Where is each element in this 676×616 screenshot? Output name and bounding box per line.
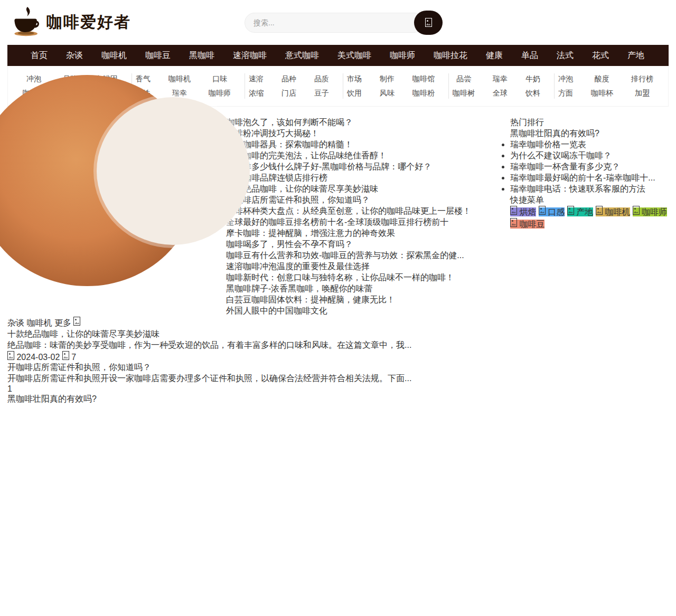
quick-menu-box: 快捷菜单 烘焙 口感 产地 咖啡机 [510,195,669,230]
subnav-group: 市场饮用 制作风味 咖啡馆咖啡粉 [347,73,449,99]
article-headline[interactable]: 十款绝品咖啡，让你的味蕾尽享美妙滋味 [226,184,378,193]
quickmenu-tile-roast[interactable]: 烘焙 [510,207,536,216]
bottom-tabbar: 杂谈 咖啡机 更多 [7,317,669,329]
hot-feature-image[interactable]: 黑咖啡壮阳真的有效吗? [510,129,599,138]
quickmenu-tile-bean[interactable]: 咖啡豆 [510,220,544,229]
article-link[interactable]: 黑咖啡牌子-浓香黑咖啡，唤醒你的味蕾 [226,284,372,293]
nav-item-home[interactable]: 首页 [31,50,48,61]
tile-image-icon [510,218,517,227]
bottom-article-title[interactable]: 十款绝品咖啡，让你的味蕾尽享美妙滋味 [7,329,669,340]
tab-coffee-machine[interactable]: 咖啡机 [26,318,52,327]
tile-label: 咖啡豆 [519,220,544,229]
subnav-link[interactable]: 品尝 [456,73,471,84]
article-link[interactable]: 速溶咖啡冲泡温度的重要性及最佳选择 [226,262,370,271]
search-button[interactable] [414,11,443,35]
subnav-link[interactable]: 制作 [380,73,395,84]
tile-image-icon [539,206,546,215]
subnav-link[interactable]: 门店 [281,88,296,99]
subnav-link[interactable]: 酸度 [595,73,609,84]
nav-item-origin[interactable]: 产地 [627,50,644,61]
subnav-link[interactable]: 瑞幸 [493,73,508,84]
article-link[interactable]: 咖啡杯种类大盘点：从经典至创意，让你的咖啡品味更上一层楼！ [226,206,471,215]
article-link[interactable]: 黑咖啡多少钱什么牌子好-黑咖啡价格与品牌：哪个好？ [226,162,431,171]
article-list-column: 咖啡泡久了，该如何判断不能喝？ 咖啡粉冲调技巧大揭秘！ 手冲咖啡器具：探索咖啡的… [226,117,500,317]
subnav-link[interactable]: 咖啡机 [168,73,191,84]
more-link[interactable]: 更多 [54,318,80,327]
subnav-link[interactable]: 加盟 [635,88,650,99]
subnav-link[interactable]: 浓缩 [249,88,264,99]
subnav-link[interactable]: 品质 [314,73,329,84]
rank-image[interactable]: 1 [7,384,12,393]
bottom-article-title[interactable]: 开咖啡店所需证件和执照，你知道吗？ [7,362,669,373]
article-meta: 2024-03-02 7 [7,351,669,362]
nav-item-coffee-bean[interactable]: 咖啡豆 [145,50,171,61]
article-headline[interactable]: 咖啡泡久了，该如何判断不能喝？ [226,118,353,127]
quickmenu-title: 快捷菜单 [510,195,544,204]
subnav-link[interactable]: 品种 [281,73,296,84]
feature-image[interactable] [7,117,8,127]
subnav-group: 速溶浓缩 品种门店 品质豆子 [249,73,343,99]
article-link[interactable]: 滴滤咖啡的完美泡法，让你品味绝佳香醇！ [226,151,387,160]
quickmenu-tile-machine[interactable]: 咖啡机 [596,207,630,216]
hot-link[interactable]: 为什么不建议喝冻干咖啡？ [510,151,612,160]
nav-item-instant-coffee[interactable]: 速溶咖啡 [233,50,267,61]
nav-item-health[interactable]: 健康 [486,50,503,61]
subnav-link[interactable]: 排行榜 [631,73,653,84]
rank-caption[interactable]: 黑咖啡壮阳真的有效吗? [7,394,669,405]
nav-item-latte-art[interactable]: 咖啡拉花 [434,50,467,61]
hot-link[interactable]: 瑞幸咖啡最好喝的前十名-瑞幸咖啡十... [510,173,655,182]
hot-list-item: 瑞幸咖啡电话：快速联系客服的方法 [510,184,669,195]
subnav-group: 冲泡方面 酸度咖啡杯 排行榜加盟 [558,73,653,99]
subnav-link[interactable]: 口味 [212,73,227,84]
article-link[interactable]: 咖啡新时代：创意口味与独特名称，让你品味不一样的咖啡！ [226,273,454,282]
nav-item-black-coffee[interactable]: 黑咖啡 [189,50,214,61]
subnav-link[interactable]: 牛奶 [525,73,540,84]
article-headline[interactable]: 咖啡豆有什么营养和功效-咖啡豆的营养与功效：探索黑金的健... [226,251,464,260]
site-title: 咖啡爱好者 [46,12,131,33]
article-link[interactable]: 外国人眼中的中国咖啡文化 [226,306,327,315]
nav-item-single[interactable]: 单品 [521,50,538,61]
subnav-link[interactable]: 冲泡 [558,73,573,84]
subnav-link[interactable]: 咖啡树 [453,88,475,99]
article-link[interactable]: 全球最好的咖啡豆排名榜前十名-全球顶级咖啡豆排行榜前十 [226,217,448,226]
nav-item-espresso[interactable]: 意式咖啡 [285,50,319,61]
subnav-link[interactable]: 市场 [347,73,362,84]
subnav-link[interactable]: 咖啡师 [209,88,231,99]
article-link[interactable]: 摩卡咖啡：提神醒脑，增强注意力的神奇效果 [226,229,395,238]
subnav-link[interactable]: 速溶 [249,73,264,84]
nav-item-barista[interactable]: 咖啡师 [390,50,415,61]
nav-item-french[interactable]: 法式 [557,50,574,61]
hot-link[interactable]: 瑞幸咖啡电话：快速联系客服的方法 [510,184,645,193]
article-link[interactable]: 开咖啡店所需证件和执照，你知道吗？ [226,195,370,204]
tab-misc[interactable]: 杂谈 [7,318,24,327]
subnav-link[interactable]: 咖啡杯 [591,88,613,99]
article-link[interactable]: 咖啡喝多了，男性会不孕不育吗？ [226,240,353,249]
site-logo[interactable]: 咖啡爱好者 [12,6,131,40]
nav-item-fancy[interactable]: 花式 [592,50,609,61]
nav-item-coffee-machine[interactable]: 咖啡机 [101,50,127,61]
quickmenu-tile-barista[interactable]: 咖啡师 [633,207,667,216]
subnav-link[interactable]: 饮用 [347,88,362,99]
quickmenu-tiles: 烘焙 口感 产地 咖啡机 咖啡师 咖啡豆 [510,206,669,230]
nav-item-americano[interactable]: 美式咖啡 [337,50,371,61]
quickmenu-tile-taste[interactable]: 口感 [539,207,565,216]
subnav-link[interactable]: 风味 [380,88,395,99]
article-link[interactable]: 白芸豆咖啡固体饮料：提神醒脑，健康无比！ [226,295,395,304]
hot-link[interactable]: 瑞幸咖啡一杯含量有多少克？ [510,162,620,171]
subnav-link[interactable]: 冲泡 [26,73,41,84]
subnav-link[interactable]: 饮料 [525,88,540,99]
hot-link[interactable]: 瑞幸咖啡价格一览表 [510,140,586,149]
hot-list: 瑞幸咖啡价格一览表 为什么不建议喝冻干咖啡？ 瑞幸咖啡一杯含量有多少克？ 瑞幸咖… [510,139,669,195]
subnav-link[interactable]: 咖啡馆 [412,73,435,84]
subnav-link[interactable]: 香气 [136,73,151,84]
subnav-link[interactable]: 全球 [493,88,508,99]
subnav-link[interactable]: 豆子 [314,88,329,99]
date-value: 2024-03-02 [16,353,60,362]
subnav-link[interactable]: 咖啡粉 [412,88,435,99]
search-input[interactable] [245,13,424,33]
page: 咖啡爱好者 首页 杂谈 咖啡机 咖啡豆 黑咖啡 速溶咖啡 意式咖啡 美式咖啡 咖… [7,0,669,405]
subnav-link[interactable]: 方面 [558,88,573,99]
nav-item-misc[interactable]: 杂谈 [66,50,83,61]
quickmenu-tile-origin[interactable]: 产地 [567,207,593,216]
tile-label: 产地 [576,207,593,216]
